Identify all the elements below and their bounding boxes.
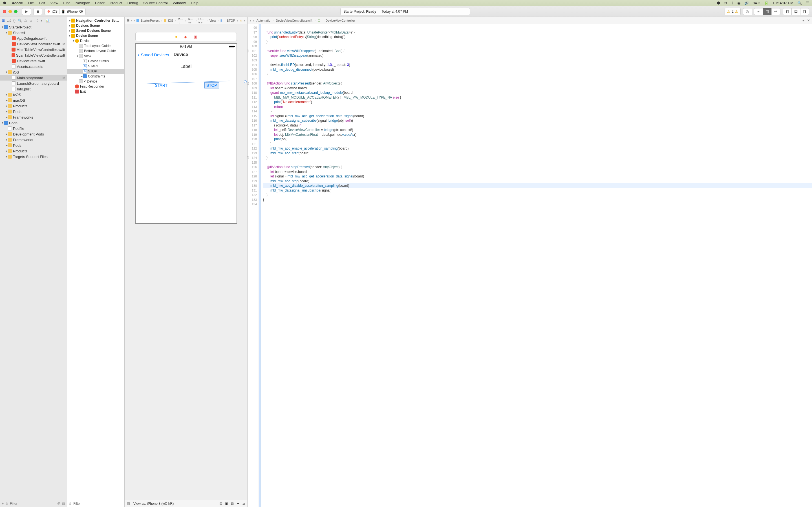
menu-file[interactable]: File — [28, 1, 34, 5]
outline-item[interactable]: BSTOP — [67, 69, 124, 74]
back-icon[interactable]: ‹ — [131, 19, 132, 22]
breakpoint-navigator-icon[interactable]: ⏵ — [40, 18, 43, 22]
scheme-selector[interactable]: ⚙ iOS 📱 iPhone XR — [45, 8, 86, 15]
minimize-button[interactable] — [8, 10, 12, 13]
menu-product[interactable]: Product — [110, 1, 122, 5]
nav-item[interactable]: ▼iOS — [0, 69, 67, 75]
issue-navigator-icon[interactable]: ⚠ — [24, 18, 28, 22]
bluetooth-icon[interactable]: ᚼ — [731, 1, 733, 5]
forward-icon[interactable]: › — [134, 19, 135, 22]
find-navigator-icon[interactable]: 🔍 — [18, 18, 22, 22]
nav-item[interactable]: Info.plist — [0, 86, 67, 92]
outline-item[interactable]: Bottom Layout Guide — [67, 48, 124, 54]
nav-fwd-icon[interactable]: › — [244, 19, 245, 22]
first-responder-dock-icon[interactable]: ◆ — [184, 35, 187, 39]
editor-jumpbar[interactable]: ‹ › Automatic› DeviceViewController.swif… — [248, 17, 812, 24]
menu-editor[interactable]: Editor — [95, 1, 105, 5]
nav-item[interactable]: Podfile — [0, 126, 67, 131]
battery-icon[interactable]: 🔋 — [764, 1, 769, 5]
app-menu[interactable]: Xcode — [12, 1, 23, 5]
editor-item[interactable]: DeviceViewController — [325, 19, 355, 22]
nav-item[interactable]: MainTableViewController.swift — [0, 47, 67, 52]
add-editor-icon[interactable]: ＋ — [802, 18, 805, 22]
nav-item[interactable]: ▶Frameworks — [0, 114, 67, 120]
toggle-navigator[interactable]: ◧ — [783, 8, 792, 15]
zoom-button[interactable] — [14, 10, 17, 13]
related-items-icon[interactable]: ⊞ — [127, 18, 130, 22]
menu-edit[interactable]: Edit — [39, 1, 45, 5]
nav-item[interactable]: AppDelegate.swift — [0, 36, 67, 41]
view-as-label[interactable]: View as: iPhone 8 (wC hR) — [133, 502, 174, 506]
nav-item[interactable]: ▶tvOS — [0, 92, 67, 98]
exit-dock-icon[interactable]: ▣ — [194, 35, 197, 39]
nav-item[interactable]: LaunchScreen.storyboard — [0, 80, 67, 86]
menu-navigate[interactable]: Navigate — [75, 1, 90, 5]
scm-filter-icon[interactable]: ▦ — [62, 502, 65, 506]
editor-standard[interactable]: ≡ — [754, 8, 763, 15]
code-area[interactable]: func unhandledEntry(data: UnsafePointer<… — [260, 24, 812, 507]
project-navigator-icon[interactable]: ▦ — [2, 18, 5, 22]
nav-item[interactable]: ▶Pods — [0, 109, 67, 114]
report-navigator-icon[interactable]: 📊 — [46, 18, 50, 22]
nav-item[interactable]: ScanTableViewController.swift — [0, 52, 67, 58]
toggle-debug-area[interactable]: ⬓ — [792, 8, 801, 15]
wifi-icon[interactable]: ◉ — [737, 1, 741, 5]
embed-icon[interactable]: ▣ — [225, 502, 228, 506]
assistant-mode[interactable]: Automatic — [257, 19, 270, 22]
volume-icon[interactable]: 🔊 — [744, 1, 749, 5]
outline-item[interactable]: < Device — [67, 79, 124, 84]
scene-dock[interactable]: ● ◆ ▣ — [135, 32, 237, 41]
forward-icon[interactable]: › — [253, 19, 254, 22]
debug-navigator-icon[interactable]: ⛶ — [35, 18, 38, 22]
nav-item[interactable]: DeviceState.swift — [0, 58, 67, 64]
symbol-navigator-icon[interactable]: {} — [13, 18, 15, 22]
close-editor-icon[interactable]: ✕ — [807, 18, 810, 22]
editor-file[interactable]: DeviceViewController.swift — [276, 19, 312, 22]
nav-item[interactable]: Main.storyboardM — [0, 75, 67, 80]
outline-item[interactable]: Exit — [67, 89, 124, 94]
zoom-actual-icon[interactable]: ⊡ — [219, 502, 222, 506]
outline-item[interactable]: ▼Device Scene — [67, 33, 124, 38]
menu-window[interactable]: Window — [173, 1, 186, 5]
editor-assistant[interactable]: ◫ — [763, 8, 772, 15]
outline-item[interactable]: ▼View — [67, 54, 124, 59]
align-icon[interactable]: ⊟ — [231, 502, 234, 506]
outline-item[interactable]: LDevice Status — [67, 59, 124, 64]
nav-item[interactable]: ▶macOS — [0, 98, 67, 103]
back-button[interactable]: ‹ Saved Devices — [138, 52, 169, 58]
add-button[interactable]: + — [2, 502, 4, 506]
nav-item[interactable]: ▶Pods — [0, 143, 67, 148]
back-icon[interactable]: ‹ — [250, 19, 251, 22]
device-canvas[interactable]: 9:41 AM ‹ Saved Devices Device Label STA… — [135, 43, 237, 224]
line-gutter[interactable]: 9697989910010110210310410510610710810911… — [248, 24, 259, 507]
outline-item[interactable]: ▶Constraints — [67, 74, 124, 79]
navigator-filter-input[interactable] — [10, 502, 55, 506]
outline-item[interactable]: ▼Device — [67, 38, 124, 43]
pin-icon[interactable]: ⊢ — [237, 502, 239, 506]
outline-item[interactable]: Top Layout Guide — [67, 43, 124, 48]
menu-find[interactable]: Find — [63, 1, 70, 5]
issues-indicator[interactable]: ⚠ 2 ⚠ — [725, 8, 741, 15]
close-button[interactable] — [3, 10, 6, 13]
library-button[interactable]: ◎ — [743, 8, 752, 15]
test-navigator-icon[interactable]: ◇ — [30, 18, 32, 22]
toggle-inspector[interactable]: ◨ — [800, 8, 809, 15]
outline-item[interactable]: BSTART — [67, 64, 124, 69]
run-button[interactable]: ▶ — [22, 8, 31, 15]
outline-item[interactable]: ▶Devices Scene — [67, 23, 124, 28]
menu-help[interactable]: Help — [191, 1, 199, 5]
nav-item[interactable]: DeviceViewController.swiftM — [0, 41, 67, 47]
source-control-navigator-icon[interactable]: ⎇ — [7, 18, 11, 22]
storyboard-jumpbar[interactable]: ⊞ ‹ › StarterProject› iOS› M…rd› D…ne› D… — [124, 17, 247, 24]
nav-item[interactable]: ▶Development Pods — [0, 131, 67, 137]
nav-item[interactable]: ▶Targets Support Files — [0, 154, 67, 159]
timemachine-icon[interactable]: ↻ — [724, 1, 727, 5]
outline-item[interactable]: ▶Saved Devices Scene — [67, 28, 124, 33]
nav-item[interactable]: ▶Products — [0, 103, 67, 109]
nav-item[interactable]: ▼Shared — [0, 30, 67, 36]
outline-item[interactable]: First Responder — [67, 84, 124, 89]
apple-menu[interactable] — [3, 1, 7, 5]
nav-back-icon[interactable]: ‹ — [237, 19, 238, 22]
nav-item[interactable]: ▼Pods — [0, 120, 67, 126]
nav-item[interactable]: Assets.xcassets — [0, 64, 67, 69]
